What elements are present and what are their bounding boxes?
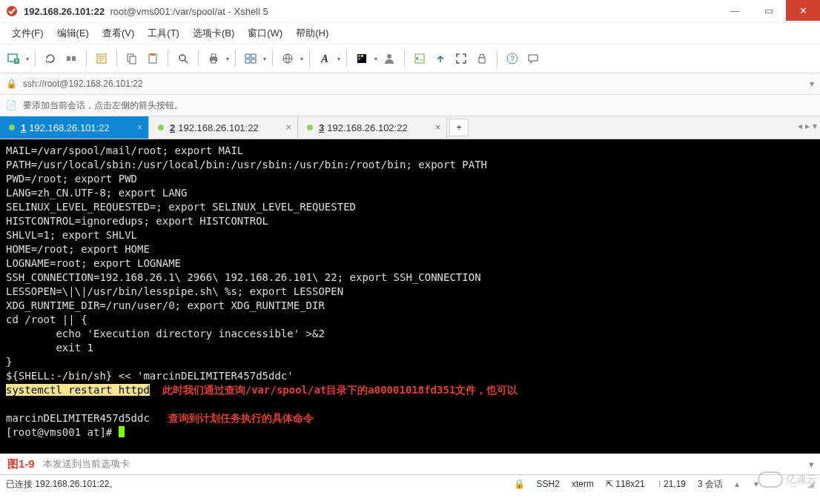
terminal-line: HOME=/root; export HOME — [6, 243, 150, 255]
menu-help[interactable]: 帮助(H) — [291, 25, 333, 42]
properties-button[interactable] — [93, 50, 110, 67]
pos-icon: ⸽ — [657, 479, 664, 489]
layout-button[interactable] — [242, 50, 259, 67]
script-button[interactable] — [411, 50, 429, 67]
reconnect-button[interactable] — [42, 50, 59, 67]
terminal-line: marcinDELIMITER457d5ddc — [6, 412, 150, 424]
svg-rect-14 — [245, 54, 250, 58]
transfer-button[interactable] — [432, 50, 449, 67]
terminal-line: LESSOPEN=\|\|/usr/bin/lesspipe.sh\ %s; e… — [6, 285, 343, 297]
info-icon: 📄 — [6, 100, 17, 110]
dropdown-arrow-icon[interactable]: ▾ — [337, 56, 340, 62]
encoding-button[interactable] — [279, 50, 297, 67]
figure-label: 图1-9 — [7, 457, 35, 471]
dropdown-arrow-icon[interactable]: ▾ — [263, 56, 266, 62]
menu-view[interactable]: 查看(V) — [98, 25, 139, 42]
dropdown-arrow-icon[interactable]: ▾ — [810, 79, 814, 89]
svg-rect-4 — [72, 56, 76, 61]
menu-edit[interactable]: 编辑(E) — [53, 25, 93, 42]
status-dot-icon — [307, 125, 313, 130]
status-connection: 已连接 192.168.26.101:22。 — [6, 478, 118, 491]
watermark: 亿速云 — [758, 471, 817, 488]
status-ssh: SSH2 — [537, 479, 560, 489]
terminal-line: cd /root || { — [6, 314, 87, 325]
svg-rect-25 — [479, 58, 485, 63]
status-dot-icon — [9, 125, 15, 130]
session-tab-1[interactable]: 1 192.168.26.101:22 × — [0, 116, 149, 139]
find-button[interactable] — [174, 50, 192, 67]
status-lock-icon: 🔒 — [514, 479, 525, 489]
font-button[interactable]: A — [316, 50, 334, 67]
menu-bar: 文件(F) 编辑(E) 查看(V) 工具(T) 选项卡(B) 窗口(W) 帮助(… — [0, 23, 820, 44]
disconnect-button[interactable] — [62, 50, 80, 67]
svg-point-10 — [179, 55, 185, 61]
lock-icon: 🔒 — [6, 79, 17, 89]
profile-button[interactable] — [380, 50, 398, 67]
status-sessions: 3 会话 — [698, 478, 723, 491]
menu-tools[interactable]: 工具(T) — [143, 25, 184, 42]
svg-rect-20 — [358, 55, 360, 57]
lock-button[interactable] — [473, 50, 491, 67]
copy-button[interactable] — [123, 50, 141, 67]
close-tab-icon[interactable]: × — [137, 122, 142, 133]
svg-point-23 — [387, 54, 391, 59]
status-size: 118x21 — [615, 479, 644, 489]
tab-nav: ◂ ▸ ▾ — [798, 121, 817, 131]
color-scheme-button[interactable] — [353, 50, 371, 67]
menu-tabs[interactable]: 选项卡(B) — [188, 25, 239, 42]
address-url[interactable]: ssh://root@192.168.26.101:22 — [23, 79, 804, 89]
svg-rect-22 — [358, 58, 360, 60]
app-logo-icon — [6, 5, 18, 17]
annotation-text: 查询到计划任务执行的具体命令 — [168, 412, 314, 424]
fullscreen-button[interactable] — [452, 50, 470, 67]
terminal-pane[interactable]: MAIL=/var/spool/mail/root; export MAIL P… — [0, 139, 820, 452]
send-command-bar[interactable]: 图1-9 本发送到当前选项卡 ▾ — [0, 452, 820, 474]
menu-file[interactable]: 文件(F) — [7, 25, 48, 42]
terminal-line: HISTCONTROL=ignoredups; export HISTCONTR… — [6, 215, 268, 227]
terminal-line: SELINUX_LEVEL_REQUESTED=; export SELINUX… — [6, 201, 356, 213]
toolbar: ▾ ▾ ▾ ▾ A▾ ▾ ? — [0, 44, 820, 73]
dropdown-arrow-icon[interactable]: ▾ — [374, 56, 377, 62]
tab-prev-icon[interactable]: ◂ — [798, 121, 802, 131]
session-tab-3[interactable]: 3 192.168.26.102:22 × — [298, 116, 447, 139]
terminal-line: exit 1 — [6, 342, 93, 354]
terminal-line: SHLVL=1; export SHLVL — [6, 229, 137, 241]
forum-button[interactable] — [524, 50, 542, 67]
svg-rect-3 — [67, 56, 70, 61]
terminal-line: PATH=/usr/local/sbin:/usr/local/bin:/usr… — [6, 159, 487, 170]
minimize-button[interactable]: — — [718, 0, 752, 21]
dropdown-arrow-icon[interactable]: ▾ — [26, 56, 29, 62]
terminal-line: } — [6, 356, 12, 368]
svg-rect-12 — [211, 54, 216, 57]
terminal-line: SSH_CONNECTION=192.168.26.1\ 2966\ 192.1… — [6, 271, 481, 283]
info-text: 要添加当前会话，点击左侧的箭头按钮。 — [23, 99, 183, 112]
close-tab-icon[interactable]: × — [435, 122, 440, 133]
tab-next-icon[interactable]: ▸ — [805, 121, 810, 131]
dropdown-arrow-icon[interactable]: ▾ — [226, 56, 229, 62]
status-dot-icon — [158, 125, 164, 130]
help-button[interactable]: ? — [503, 50, 521, 67]
add-tab-button[interactable]: + — [449, 119, 469, 136]
new-session-button[interactable] — [4, 50, 22, 67]
send-placeholder: 本发送到当前选项卡 — [43, 457, 130, 471]
paste-button[interactable] — [144, 50, 162, 67]
svg-rect-21 — [361, 55, 363, 57]
terminal-prompt: [root@vms001 at]# — [6, 426, 119, 438]
chevron-up-icon[interactable]: ▴ — [735, 479, 742, 489]
dropdown-arrow-icon[interactable]: ▾ — [300, 56, 303, 62]
tab-list-icon[interactable]: ▾ — [813, 121, 817, 131]
menu-window[interactable]: 窗口(W) — [243, 25, 287, 42]
maximize-button[interactable]: ▭ — [752, 0, 786, 21]
close-button[interactable]: ✕ — [786, 0, 820, 21]
cursor-icon — [119, 426, 125, 437]
info-bar: 📄 要添加当前会话，点击左侧的箭头按钮。 — [0, 95, 820, 116]
session-tab-2[interactable]: 2 192.168.26.101:22 × — [149, 116, 298, 139]
svg-rect-24 — [415, 54, 424, 63]
print-button[interactable] — [205, 50, 222, 67]
terminal-line: PWD=/root; export PWD — [6, 173, 137, 185]
close-tab-icon[interactable]: × — [286, 122, 291, 133]
terminal-line: LANG=zh_CN.UTF-8; export LANG — [6, 187, 187, 199]
status-term: xterm — [572, 479, 594, 489]
terminal-line: MAIL=/var/spool/mail/root; export MAIL — [6, 145, 243, 156]
dropdown-arrow-icon[interactable]: ▾ — [809, 459, 814, 470]
